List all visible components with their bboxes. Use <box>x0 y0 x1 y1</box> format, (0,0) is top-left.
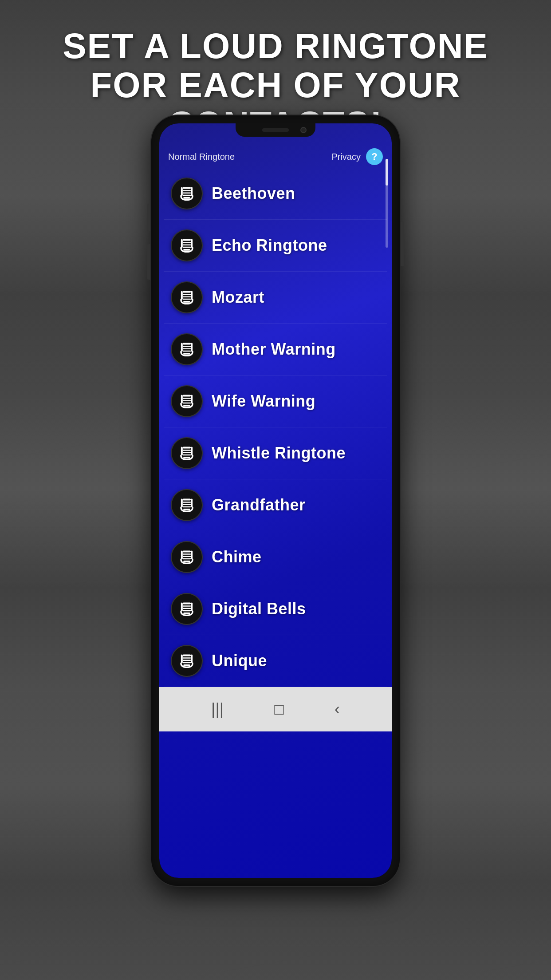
list-item[interactable]: Whistle Ringtone <box>164 427 387 479</box>
svg-rect-69 <box>183 664 190 666</box>
list-item[interactable]: Beethoven <box>164 168 387 220</box>
telephone-icon <box>177 236 196 255</box>
svg-rect-33 <box>191 395 193 404</box>
help-icon: ? <box>371 151 377 162</box>
svg-rect-41 <box>183 457 190 458</box>
ringtone-name: Unique <box>212 652 267 670</box>
phone-icon-circle <box>171 645 203 677</box>
svg-rect-56 <box>183 603 191 605</box>
app-status-bar: Normal Ringtone Privacy ? <box>159 146 392 168</box>
phone-icon-circle <box>171 281 203 313</box>
list-item[interactable]: Chime <box>164 531 387 583</box>
svg-rect-42 <box>183 499 191 501</box>
svg-rect-60 <box>181 603 183 612</box>
status-bar-right: Privacy ? <box>331 148 383 165</box>
svg-rect-53 <box>181 551 183 560</box>
list-item[interactable]: Mozart <box>164 272 387 324</box>
svg-rect-62 <box>183 612 190 614</box>
phone-icon-circle <box>171 541 203 573</box>
svg-rect-58 <box>183 608 191 609</box>
svg-rect-61 <box>191 603 193 612</box>
power-button[interactable] <box>401 222 404 266</box>
home-nav-icon[interactable]: □ <box>274 700 284 719</box>
list-item[interactable]: Grandfather <box>164 479 387 531</box>
menu-nav-icon[interactable]: ||| <box>211 700 224 719</box>
ringtone-name: Grandfather <box>212 496 306 514</box>
svg-rect-24 <box>183 351 191 352</box>
phone-screen: Normal Ringtone Privacy ? <box>159 123 392 878</box>
list-item[interactable]: Echo Ringtone <box>164 220 387 272</box>
svg-rect-38 <box>183 454 191 456</box>
svg-rect-37 <box>183 452 191 453</box>
list-item[interactable]: Digital Bells <box>164 583 387 635</box>
list-item[interactable]: Wife Warning <box>164 375 387 427</box>
svg-rect-44 <box>183 504 191 505</box>
svg-rect-6 <box>183 197 190 199</box>
svg-rect-50 <box>183 553 191 555</box>
svg-rect-64 <box>183 657 191 659</box>
phone-device: Normal Ringtone Privacy ? <box>151 115 400 886</box>
volume-up-button[interactable] <box>147 204 150 231</box>
svg-rect-11 <box>181 239 183 248</box>
svg-rect-0 <box>183 187 191 189</box>
svg-rect-16 <box>183 296 191 297</box>
svg-rect-23 <box>183 348 191 349</box>
volume-down-button[interactable] <box>147 244 150 280</box>
svg-rect-12 <box>191 239 193 248</box>
phone-icon-circle <box>171 333 203 365</box>
scroll-indicator <box>386 159 388 248</box>
svg-rect-59 <box>183 610 191 612</box>
ringtone-name: Mother Warning <box>212 340 336 359</box>
app-screen: Normal Ringtone Privacy ? <box>159 123 392 878</box>
svg-rect-27 <box>183 353 190 355</box>
svg-rect-9 <box>183 244 191 245</box>
svg-rect-10 <box>183 247 191 248</box>
list-item[interactable]: Unique <box>164 635 387 687</box>
svg-rect-52 <box>183 558 191 560</box>
svg-rect-63 <box>183 655 191 656</box>
telephone-icon <box>177 288 196 307</box>
svg-rect-21 <box>183 343 191 345</box>
svg-rect-31 <box>183 403 191 404</box>
phone-icon-circle <box>171 229 203 261</box>
phone-notch <box>236 123 315 137</box>
svg-rect-46 <box>181 499 183 508</box>
ringtone-name: Whistle Ringtone <box>212 444 346 462</box>
svg-rect-2 <box>183 192 191 194</box>
phone-icon-circle <box>171 178 203 209</box>
svg-rect-22 <box>183 346 191 347</box>
svg-rect-49 <box>183 551 191 553</box>
ringtone-name: Wife Warning <box>212 392 315 411</box>
phone-outer-frame: Normal Ringtone Privacy ? <box>151 115 400 886</box>
header-line1: Set a loud ringtone <box>9 27 542 66</box>
ringtone-name: Digital Bells <box>212 600 306 618</box>
svg-rect-28 <box>183 395 191 397</box>
ringtone-name: Beethoven <box>212 184 295 203</box>
svg-rect-5 <box>191 187 193 196</box>
phone-camera <box>300 127 307 133</box>
telephone-icon <box>177 652 196 670</box>
svg-rect-3 <box>183 195 191 196</box>
help-button[interactable]: ? <box>366 148 383 165</box>
svg-rect-7 <box>183 239 191 241</box>
svg-rect-54 <box>191 551 193 560</box>
svg-rect-32 <box>181 395 183 404</box>
svg-rect-48 <box>183 509 190 510</box>
svg-rect-51 <box>183 556 191 557</box>
normal-ringtone-label: Normal Ringtone <box>168 152 235 162</box>
svg-rect-34 <box>183 405 190 407</box>
telephone-icon <box>177 548 196 566</box>
privacy-label[interactable]: Privacy <box>331 152 361 162</box>
svg-rect-35 <box>183 447 191 449</box>
telephone-icon <box>177 392 196 411</box>
svg-rect-68 <box>191 655 193 664</box>
svg-rect-39 <box>181 447 183 456</box>
bottom-navigation: ||| □ ‹ <box>159 687 392 731</box>
svg-rect-29 <box>183 398 191 399</box>
list-item[interactable]: Mother Warning <box>164 324 387 375</box>
telephone-icon <box>177 184 196 203</box>
back-nav-icon[interactable]: ‹ <box>335 700 340 719</box>
svg-rect-57 <box>183 605 191 607</box>
svg-rect-25 <box>181 343 183 352</box>
svg-rect-19 <box>191 291 193 300</box>
